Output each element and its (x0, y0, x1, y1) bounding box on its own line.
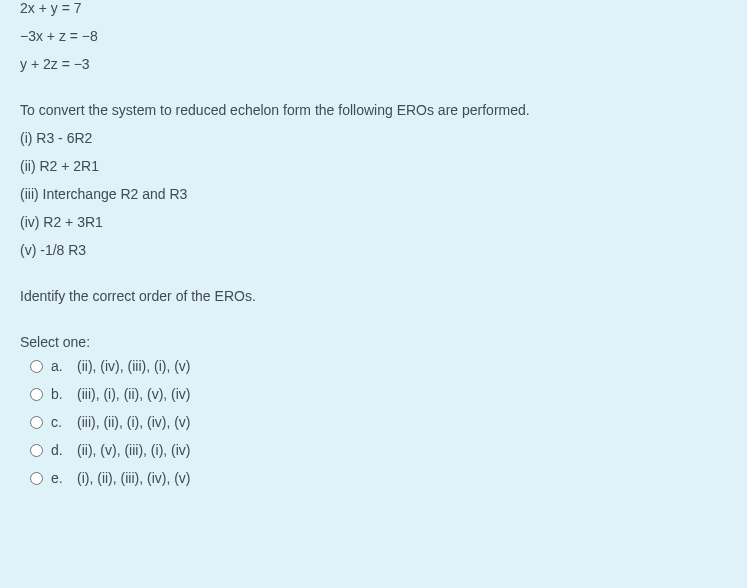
option-text-c: (iii), (ii), (i), (iv), (v) (77, 414, 191, 430)
ero-item-1: (i) R3 - 6R2 (20, 130, 727, 146)
identify-text: Identify the correct order of the EROs. (20, 288, 727, 304)
ero-item-4: (iv) R2 + 3R1 (20, 214, 727, 230)
radio-e[interactable] (30, 472, 43, 485)
equation-2: −3x + z = −8 (20, 28, 727, 44)
option-text-b: (iii), (i), (ii), (v), (iv) (77, 386, 191, 402)
ero-list: (i) R3 - 6R2 (ii) R2 + 2R1 (iii) Interch… (20, 130, 727, 258)
option-letter-d: d. (51, 442, 65, 458)
option-e[interactable]: e. (i), (ii), (iii), (iv), (v) (20, 470, 727, 486)
option-b[interactable]: b. (iii), (i), (ii), (v), (iv) (20, 386, 727, 402)
option-letter-c: c. (51, 414, 65, 430)
equation-block: 2x + y = 7 −3x + z = −8 y + 2z = −3 (20, 0, 727, 72)
ero-item-2: (ii) R2 + 2R1 (20, 158, 727, 174)
option-letter-e: e. (51, 470, 65, 486)
equation-1: 2x + y = 7 (20, 0, 727, 16)
option-text-a: (ii), (iv), (iii), (i), (v) (77, 358, 191, 374)
option-a[interactable]: a. (ii), (iv), (iii), (i), (v) (20, 358, 727, 374)
radio-a[interactable] (30, 360, 43, 373)
option-d[interactable]: d. (ii), (v), (iii), (i), (iv) (20, 442, 727, 458)
radio-c[interactable] (30, 416, 43, 429)
option-text-e: (i), (ii), (iii), (iv), (v) (77, 470, 191, 486)
select-one-label: Select one: (20, 334, 727, 350)
option-letter-a: a. (51, 358, 65, 374)
description-text: To convert the system to reduced echelon… (20, 102, 727, 118)
ero-item-5: (v) -1/8 R3 (20, 242, 727, 258)
radio-d[interactable] (30, 444, 43, 457)
option-c[interactable]: c. (iii), (ii), (i), (iv), (v) (20, 414, 727, 430)
equation-3: y + 2z = −3 (20, 56, 727, 72)
ero-item-3: (iii) Interchange R2 and R3 (20, 186, 727, 202)
option-text-d: (ii), (v), (iii), (i), (iv) (77, 442, 191, 458)
option-letter-b: b. (51, 386, 65, 402)
radio-b[interactable] (30, 388, 43, 401)
